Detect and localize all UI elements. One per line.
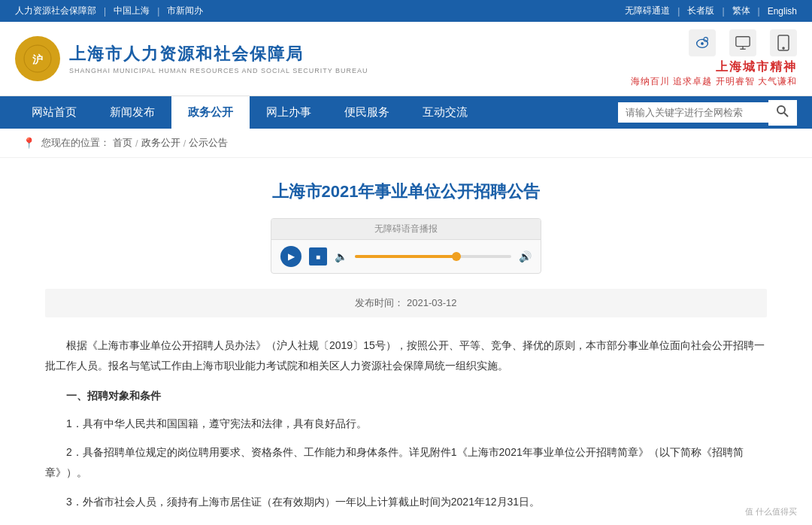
audio-progress-knob [452, 252, 461, 261]
main-nav: 网站首页 新闻发布 政务公开 网上办事 便民服务 互动交流 [0, 96, 812, 129]
section1-title: 一、招聘对象和条件 [45, 386, 767, 406]
nav-online[interactable]: 网上办事 [250, 96, 328, 129]
breadcrumb-announce[interactable]: 公示公告 [189, 136, 228, 150]
article-content: 上海市2021年事业单位公开招聘公告 无障碍语音播报 ▶ ■ 🔈 🔊 发布时间：… [0, 158, 812, 525]
search-button[interactable] [768, 100, 797, 126]
topbar-traditional[interactable]: 繁体 [732, 5, 750, 17]
audio-play-button[interactable]: ▶ [280, 246, 301, 267]
slogan: 上海城市精神 海纳百川 追求卓越 开明睿智 大气谦和 [631, 59, 797, 88]
article-title: 上海市2021年事业单位公开招聘公告 [45, 173, 767, 203]
topbar-accessible[interactable]: 无障碍通道 [625, 5, 670, 17]
breadcrumb-sep1: / [135, 138, 138, 149]
audio-stop-button[interactable]: ■ [309, 247, 327, 266]
publish-date: 2021-03-12 [407, 297, 457, 308]
topbar-rsep3: | [758, 6, 760, 17]
logo-text: 上海市人力资源和社会保障局 SHANGHAI MUNICIPAL HUMAN R… [69, 43, 368, 74]
svg-point-9 [783, 47, 784, 49]
topbar-english[interactable]: English [768, 6, 797, 17]
nav-news[interactable]: 新闻发布 [93, 96, 171, 129]
topbar-link-hrss[interactable]: 人力资源社会保障部 [15, 5, 96, 17]
monitor-icon[interactable] [729, 29, 756, 56]
svg-point-10 [777, 106, 785, 114]
page-footer: 值 什么值得买 [745, 506, 797, 517]
audio-progress-bar[interactable] [355, 255, 511, 258]
topbar-elder[interactable]: 长者版 [687, 5, 714, 17]
publish-bar: 发布时间： 2021-03-12 [45, 289, 767, 317]
top-bar: 人力资源社会保障部 | 中国上海 | 市新闻办 无障碍通道 | 长者版 | 繁体… [0, 0, 812, 22]
slogan-title: 上海城市精神 [631, 59, 797, 75]
audio-progress-fill [355, 255, 456, 258]
location-icon: 📍 [23, 137, 35, 149]
header-icons [689, 29, 797, 56]
nav-gov[interactable]: 政务公开 [171, 96, 250, 129]
article-intro: 根据《上海市事业单位公开招聘人员办法》（沪人社规〔2019〕15号），按照公开、… [45, 335, 767, 375]
svg-rect-5 [736, 37, 750, 47]
mobile-icon[interactable] [770, 29, 797, 56]
nav-home[interactable]: 网站首页 [15, 96, 93, 129]
logo-main-title: 上海市人力资源和社会保障局 [69, 43, 368, 65]
watermark-text: 值 什么值得买 [745, 506, 797, 517]
header: 沪 上海市人力资源和社会保障局 SHANGHAI MUNICIPAL HUMAN… [0, 22, 812, 96]
topbar-sep2: | [157, 6, 159, 17]
audio-volume-high-icon: 🔊 [519, 250, 532, 262]
top-bar-right: 无障碍通道 | 长者版 | 繁体 | English [625, 5, 797, 17]
svg-line-11 [784, 113, 788, 117]
logo-sub-title: SHANGHAI MUNICIPAL HUMAN RESOURCES AND S… [69, 67, 368, 74]
slogan-sub: 海纳百川 追求卓越 开明睿智 大气谦和 [631, 75, 797, 88]
topbar-rsep1: | [677, 6, 680, 17]
breadcrumb-label: 您现在的位置： [41, 136, 110, 150]
audio-controls: ▶ ■ 🔈 🔊 [271, 240, 541, 273]
search-input[interactable] [618, 102, 768, 123]
topbar-link-shanghai[interactable]: 中国上海 [114, 5, 150, 17]
article-item2: 2．具备招聘单位规定的岗位聘用要求、资格条件、工作能力和身体条件。详见附件1《上… [45, 442, 767, 482]
weibo-icon[interactable] [689, 29, 716, 56]
breadcrumb-home[interactable]: 首页 [113, 136, 132, 150]
audio-title: 无障碍语音播报 [271, 219, 541, 240]
audio-player: 无障碍语音播报 ▶ ■ 🔈 🔊 [271, 218, 541, 274]
breadcrumb-gov[interactable]: 政务公开 [141, 136, 180, 150]
svg-point-4 [701, 42, 704, 45]
breadcrumb-sep2: / [183, 138, 186, 149]
nav-service[interactable]: 便民服务 [328, 96, 406, 129]
topbar-sep1: | [104, 6, 106, 17]
header-right: 上海城市精神 海纳百川 追求卓越 开明睿智 大气谦和 [631, 29, 797, 88]
topbar-rsep2: | [722, 6, 724, 17]
logo-area: 沪 上海市人力资源和社会保障局 SHANGHAI MUNICIPAL HUMAN… [15, 36, 368, 81]
nav-interact[interactable]: 互动交流 [406, 96, 484, 129]
breadcrumb: 📍 您现在的位置： 首页 / 政务公开 / 公示公告 [0, 129, 812, 158]
article-item1: 1．具有中华人民共和国国籍，遵守宪法和法律，具有良好品行。 [45, 414, 767, 434]
article-body: 根据《上海市事业单位公开招聘人员办法》（沪人社规〔2019〕15号），按照公开、… [45, 335, 767, 511]
svg-text:沪: 沪 [32, 53, 43, 65]
publish-label: 发布时间： [355, 297, 404, 308]
article-item3: 3．外省市社会人员，须持有上海市居住证（在有效期内）一年以上计算截止时间为202… [45, 492, 767, 512]
top-bar-left: 人力资源社会保障部 | 中国上海 | 市新闻办 [15, 5, 203, 17]
nav-search [618, 100, 797, 126]
logo-icon: 沪 [15, 36, 60, 81]
topbar-link-news[interactable]: 市新闻办 [167, 5, 203, 17]
audio-volume-low-icon: 🔈 [335, 250, 347, 262]
